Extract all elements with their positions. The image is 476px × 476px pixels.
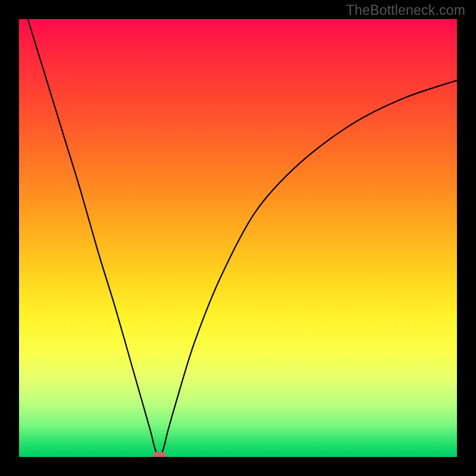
watermark-text: TheBottleneck.com	[346, 2, 465, 18]
chart-frame: TheBottleneck.com	[0, 0, 476, 476]
vertex-marker	[153, 452, 166, 458]
curve-path	[28, 19, 457, 457]
plot-area	[19, 19, 457, 457]
bottleneck-curve	[19, 19, 457, 457]
